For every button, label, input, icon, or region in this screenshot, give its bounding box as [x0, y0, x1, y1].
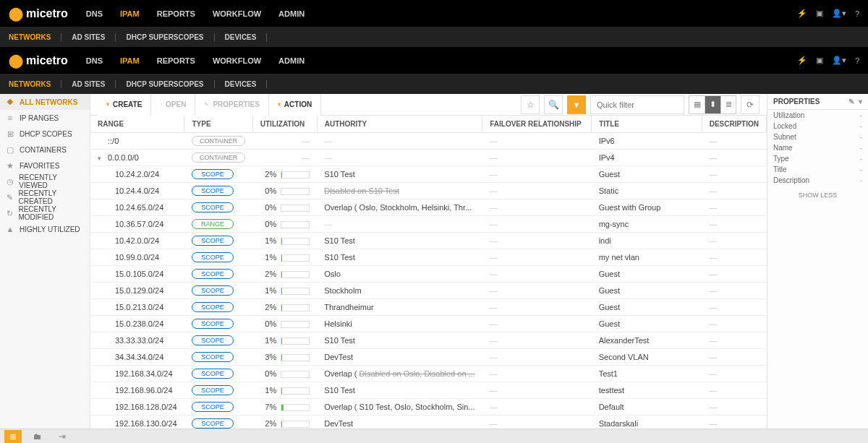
header-actions: ⚡ ▣ 👤▾ ? [797, 9, 859, 18]
search-button[interactable]: 🔍 [544, 95, 563, 114]
col-type[interactable]: TYPE [184, 116, 252, 133]
quick-filter-input[interactable] [590, 95, 684, 114]
sidebar-item-containers[interactable]: ▢CONTAINERS [0, 142, 90, 158]
table-row[interactable]: 33.33.33.0/24SCOPE1%S10 Test—AlexanderTe… [90, 332, 767, 349]
expand-icon[interactable]: ▾ [98, 155, 105, 162]
sidebar-label: FAVORITES [20, 162, 59, 170]
footer-detail-icon[interactable]: ⇥ [54, 430, 71, 443]
col-desc[interactable]: DESCRIPTION [702, 116, 766, 133]
subnav-networks[interactable]: NETWORKS [9, 80, 61, 88]
subnav-networks[interactable]: NETWORKS [9, 33, 61, 41]
table-row[interactable]: 10.24.65.0/24SCOPE0%Overlap ( Oslo, Stoc… [90, 199, 767, 216]
subnav-devices[interactable]: DEVICES [215, 33, 268, 41]
help-icon[interactable]: ? [855, 9, 859, 18]
sidebar: ❖ALL NETWORKS≡IP RANGES⊞DHCP SCOPES▢CONT… [0, 94, 90, 443]
sidebar-item-recently-modified[interactable]: ↻RECENTLY MODIFIED [0, 205, 90, 221]
subnav-dhcp-superscopes[interactable]: DHCP SUPERSCOPES [116, 80, 214, 88]
nav-admin[interactable]: ADMIN [278, 56, 305, 65]
col-util[interactable]: UTILIZATION [252, 116, 317, 133]
table-row[interactable]: ▾0.0.0.0/0CONTAINER———IPv4— [90, 150, 767, 166]
filter-button[interactable]: ▼ [567, 95, 586, 114]
table-row[interactable]: ::/0CONTAINER———IPv6— [90, 133, 767, 150]
sidebar-item-recently-viewed[interactable]: ◷RECENTLY VIEWED [0, 173, 90, 189]
camera-icon[interactable]: ▣ [816, 56, 823, 65]
table-row[interactable]: 192.168.128.0/24SCOPE7%Overlap ( S10 Tes… [90, 399, 767, 416]
property-key: Utilization [773, 111, 804, 119]
sidebar-item-recently-created[interactable]: ✎RECENTLY CREATED [0, 189, 90, 205]
sidebar-icon: ★ [6, 161, 14, 171]
sidebar-item-all-networks[interactable]: ❖ALL NETWORKS [0, 94, 90, 110]
subnav-ad-sites[interactable]: AD SITES [61, 80, 116, 88]
table-row[interactable]: 15.0.129.0/24SCOPE1%Stockholm—Guest— [90, 283, 767, 299]
properties-panel: PROPERTIES ✎ ▾ Utilization-Locked-Subnet… [767, 94, 868, 443]
type-badge: SCOPE [192, 335, 234, 345]
action-button[interactable]: ▾ACTION [269, 94, 321, 116]
user-menu-icon[interactable]: 👤▾ [832, 9, 846, 18]
view-tree-button[interactable]: ⬍ [705, 95, 720, 114]
col-auth[interactable]: AUTHORITY [317, 116, 482, 133]
col-title[interactable]: TITLE [592, 116, 702, 133]
col-range[interactable]: RANGE [90, 116, 184, 133]
open-button: ›OPEN [151, 94, 195, 116]
topbar: ⬤micetro DNSIPAMREPORTSWORKFLOWADMIN ⚡ ▣… [0, 47, 868, 74]
property-value: - [860, 144, 862, 152]
subnav-dhcp-superscopes[interactable]: DHCP SUPERSCOPES [116, 33, 214, 41]
type-badge: SCOPE [192, 236, 234, 246]
sidebar-item-highly-utilized[interactable]: ▲HIGHLY UTILIZED [0, 221, 90, 237]
view-switch: ▦ ⬍ ≣ [689, 95, 736, 114]
bolt-icon[interactable]: ⚡ [797, 56, 807, 65]
help-icon[interactable]: ? [855, 56, 859, 65]
nav-ipam[interactable]: IPAM [120, 9, 140, 18]
property-value: - [860, 122, 862, 130]
sidebar-item-ip-ranges[interactable]: ≡IP RANGES [0, 110, 90, 126]
table-row[interactable]: 10.24.4.0/24SCOPE0%Disabled on S10 Test—… [90, 183, 767, 199]
sidebar-item-favorites[interactable]: ★FAVORITES [0, 158, 90, 173]
view-list-button[interactable]: ≣ [720, 95, 736, 114]
property-row: Locked- [767, 121, 868, 132]
show-less-link[interactable]: SHOW LESS [767, 186, 868, 205]
footer-list-icon[interactable]: ≣ [4, 430, 22, 443]
view-grid-button[interactable]: ▦ [689, 95, 705, 114]
create-button[interactable]: ▾CREATE [98, 94, 151, 116]
nav-workflow[interactable]: WORKFLOW [213, 56, 261, 65]
nav-workflow[interactable]: WORKFLOW [213, 9, 261, 18]
nav-dns[interactable]: DNS [86, 9, 103, 18]
subnav-devices[interactable]: DEVICES [215, 80, 268, 88]
col-fail[interactable]: FAILOVER RELATIONSHIP [482, 116, 592, 133]
collapse-icon[interactable]: ▾ [859, 98, 862, 106]
table-row[interactable]: 10.99.0.0/24SCOPE1%S10 Test—my net vlan— [90, 249, 767, 266]
camera-icon[interactable]: ▣ [816, 9, 823, 18]
table-row[interactable]: 15.0.213.0/24SCOPE2%Thrandheimur—Guest— [90, 299, 767, 316]
refresh-button[interactable]: ⟳ [741, 95, 760, 114]
table-row[interactable]: 10.36.57.0/24RANGE0%——mg-sync— [90, 216, 767, 233]
table-row[interactable]: 10.24.2.0/24SCOPE2%S10 Test—Guest— [90, 166, 767, 183]
sidebar-label: HIGHLY UTILIZED [20, 225, 80, 233]
property-row: Type- [767, 153, 868, 164]
sidebar-item-dhcp-scopes[interactable]: ⊞DHCP SCOPES [0, 126, 90, 142]
property-row: Subnet- [767, 132, 868, 142]
sub-nav: NETWORKSAD SITESDHCP SUPERSCOPESDEVICES [0, 27, 868, 47]
brand-logo[interactable]: ⬤micetro [9, 6, 68, 22]
nav-dns[interactable]: DNS [86, 56, 103, 65]
table-row[interactable]: 15.0.105.0/24SCOPE2%Oslo—Guest— [90, 266, 767, 283]
subnav-ad-sites[interactable]: AD SITES [61, 33, 116, 41]
footer-folder-icon[interactable]: 🖿 [29, 430, 46, 443]
table-row[interactable]: 34.34.34.0/24SCOPE3%DevTest—Second VLAN— [90, 349, 767, 366]
brand-logo[interactable]: ⬤micetro [9, 53, 68, 69]
bolt-icon[interactable]: ⚡ [797, 9, 807, 18]
nav-reports[interactable]: REPORTS [157, 9, 195, 18]
nav-reports[interactable]: REPORTS [157, 56, 195, 65]
nav-ipam[interactable]: IPAM [120, 56, 140, 65]
favorite-button[interactable]: ☆ [521, 95, 540, 114]
user-menu-icon[interactable]: 👤▾ [832, 56, 846, 65]
nav-admin[interactable]: ADMIN [278, 9, 305, 18]
topbar: ⬤micetro DNSIPAMREPORTSWORKFLOWADMIN ⚡ ▣… [0, 0, 868, 27]
type-badge: SCOPE [192, 186, 234, 196]
property-key: Type [773, 155, 789, 163]
edit-icon[interactable]: ✎ [848, 98, 854, 106]
table-row[interactable]: 15.0.238.0/24SCOPE0%Helsinki—Guest— [90, 316, 767, 332]
table-row[interactable]: 192.168.34.0/24SCOPE0%Overlap ( Disabled… [90, 366, 767, 382]
table-row[interactable]: 192.168.96.0/24SCOPE1%S10 Test—testtest— [90, 382, 767, 399]
type-badge: SCOPE [192, 302, 234, 312]
table-row[interactable]: 10.42.0.0/24SCOPE1%S10 Test—indi— [90, 233, 767, 249]
